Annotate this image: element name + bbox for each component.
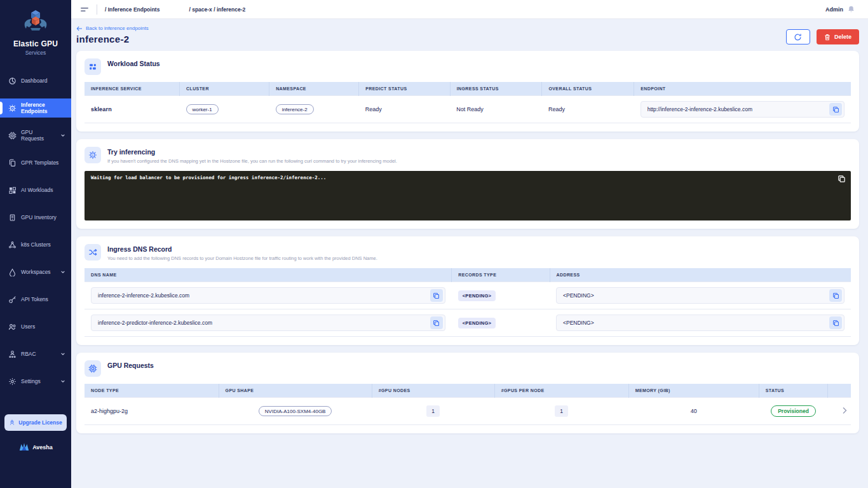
sidebar-item-users[interactable]: Users bbox=[0, 317, 71, 336]
memory-value: 40 bbox=[628, 398, 759, 425]
sidebar-item-gpu-inventory[interactable]: GPU Inventory bbox=[0, 208, 71, 227]
gpu-requests-title: GPU Requests bbox=[107, 360, 154, 369]
sidebar-item-ai-workloads[interactable]: AI Workloads bbox=[0, 180, 71, 200]
dns-row: inference-2-predictor-inference-2.kubesl… bbox=[85, 309, 851, 337]
copy-dns-name-button[interactable] bbox=[430, 289, 443, 302]
dns-table: DNS NAME RECORDS TYPE ADDRESS inference-… bbox=[85, 268, 851, 337]
topbar-divider bbox=[97, 4, 97, 15]
copy-dns-name-button[interactable] bbox=[430, 316, 443, 329]
records-type-badge: <PENDING> bbox=[458, 290, 496, 301]
ingress-dns-subtitle: You need to add the following DNS record… bbox=[107, 255, 377, 261]
col-ingress-status: INGRESS STATUS bbox=[450, 82, 542, 96]
terminal-output: Waiting for load balancer to be provisio… bbox=[91, 175, 844, 180]
users-icon bbox=[8, 323, 17, 331]
sidebar-item-dashboard[interactable]: Dashboard bbox=[0, 71, 71, 90]
breadcrumb-path[interactable]: / space-x / inference-2 bbox=[189, 6, 245, 13]
gpus-per-node-value: 1 bbox=[555, 405, 568, 417]
col-memory: MEMORY (GIB) bbox=[628, 384, 759, 398]
sidebar: Elastic GPU Services Dashboard Inference… bbox=[0, 0, 71, 488]
rocket-icon bbox=[9, 419, 15, 426]
sidebar-item-settings[interactable]: Settings bbox=[0, 372, 71, 391]
gpu-requests-card: GPU Requests NODE TYPE GPU SHAPE #GPU NO… bbox=[76, 353, 859, 433]
rbac-icon bbox=[8, 350, 17, 358]
col-gpu-nodes: #GPU NODES bbox=[372, 384, 494, 398]
page-header: Back to inference endpoints inference-2 … bbox=[76, 25, 859, 44]
sidebar-item-gpr-templates[interactable]: GPR Templates bbox=[0, 153, 71, 172]
inventory-icon bbox=[8, 214, 17, 222]
workload-status-title: Workload Status bbox=[107, 58, 160, 67]
chevron-down-icon bbox=[60, 379, 65, 384]
try-inferencing-card: Try inferencing If you haven't configure… bbox=[76, 139, 859, 229]
dashboard-icon bbox=[8, 77, 17, 85]
namespace-chip: inference-2 bbox=[276, 104, 314, 114]
node-type-value: a2-highgpu-2g bbox=[85, 398, 219, 425]
sidebar-item-k8s-clusters[interactable]: k8s Clusters bbox=[0, 235, 71, 254]
elastic-gpu-logo-icon bbox=[22, 9, 49, 34]
copy-address-button[interactable] bbox=[829, 289, 842, 302]
dns-row: inference-2-inference-2.kubeslice.com <P… bbox=[85, 282, 851, 309]
page-content: Back to inference endpoints inference-2 … bbox=[71, 19, 868, 488]
chevron-right-icon[interactable] bbox=[842, 407, 847, 414]
app-name: Elastic GPU bbox=[4, 39, 67, 48]
workload-status-card: Workload Status INFERENCE SERVICE CLUSTE… bbox=[76, 51, 859, 132]
workload-status-icon bbox=[85, 58, 101, 75]
app-subtitle: Services bbox=[4, 50, 67, 56]
app-logo: Elastic GPU Services bbox=[0, 0, 71, 62]
col-gpus-per-node: #GPUS PER NODE bbox=[494, 384, 628, 398]
copy-address-button[interactable] bbox=[829, 316, 842, 329]
cluster-chip: worker-1 bbox=[186, 104, 219, 114]
menu-toggle-icon[interactable] bbox=[80, 6, 89, 13]
endpoint-field[interactable]: http://inference-2-inference-2.kubeslice… bbox=[641, 101, 844, 118]
sidebar-item-workspaces[interactable]: Workspaces bbox=[0, 262, 71, 281]
refresh-icon bbox=[794, 33, 802, 41]
user-name[interactable]: Admin bbox=[825, 6, 843, 13]
sidebar-item-api-tokens[interactable]: API Tokens bbox=[0, 290, 71, 309]
ingress-dns-card: Ingress DNS Record You need to add the f… bbox=[76, 236, 859, 345]
page-title: inference-2 bbox=[76, 34, 149, 44]
dns-name-field[interactable]: inference-2-inference-2.kubeslice.com bbox=[91, 287, 445, 304]
gpu-request-row[interactable]: a2-highgpu-2g NVIDIA-A100-SXM4-40GB 1 1 … bbox=[85, 398, 851, 425]
clusters-icon bbox=[8, 241, 17, 249]
col-address: ADDRESS bbox=[550, 268, 851, 282]
gear-icon bbox=[8, 377, 17, 386]
ingress-dns-icon bbox=[85, 244, 101, 261]
workloads-grid-icon bbox=[8, 186, 17, 194]
col-node-type: NODE TYPE bbox=[85, 384, 219, 398]
address-field[interactable]: <PENDING> bbox=[556, 287, 844, 304]
col-endpoint: ENDPOINT bbox=[634, 82, 851, 96]
try-inferencing-subtitle: If you haven't configured the DNS mappin… bbox=[107, 158, 397, 164]
gpu-nodes-value: 1 bbox=[426, 405, 440, 417]
key-icon bbox=[8, 295, 17, 304]
templates-icon bbox=[8, 159, 17, 167]
sidebar-item-rbac[interactable]: RBAC bbox=[0, 344, 71, 363]
address-field[interactable]: <PENDING> bbox=[556, 315, 844, 331]
workload-row: sklearn worker-1 inference-2 Ready Not R… bbox=[85, 96, 851, 123]
copy-endpoint-button[interactable] bbox=[829, 103, 842, 116]
delete-button[interactable]: Delete bbox=[817, 29, 859, 44]
gpu-requests-table: NODE TYPE GPU SHAPE #GPU NODES #GPUS PER… bbox=[85, 384, 851, 425]
inference-endpoints-icon bbox=[8, 104, 17, 112]
sidebar-item-gpu-requests[interactable]: GPU Requests bbox=[0, 126, 71, 145]
col-status: STATUS bbox=[759, 384, 828, 398]
back-link[interactable]: Back to inference endpoints bbox=[76, 25, 149, 31]
refresh-button[interactable] bbox=[786, 29, 810, 44]
chevron-down-icon bbox=[60, 269, 65, 274]
dns-name-field[interactable]: inference-2-predictor-inference-2.kubesl… bbox=[91, 315, 445, 331]
status-badge: Provisioned bbox=[771, 405, 816, 417]
col-predict-status: PREDICT STATUS bbox=[359, 82, 451, 96]
main-area: / Inference Endpoints / space-x / infere… bbox=[71, 0, 868, 488]
col-dns-name: DNS NAME bbox=[85, 268, 452, 282]
terminal-block: Waiting for load balancer to be provisio… bbox=[85, 171, 851, 220]
breadcrumb-section[interactable]: / Inference Endpoints bbox=[105, 6, 159, 13]
upgrade-license-button[interactable]: Upgrade License bbox=[4, 414, 67, 431]
sidebar-nav: Dashboard Inference Endpoints GPU Reques… bbox=[0, 71, 71, 399]
ingress-status-value: Not Ready bbox=[450, 96, 542, 123]
col-cluster: CLUSTER bbox=[180, 82, 269, 96]
inference-service-value: sklearn bbox=[85, 96, 180, 123]
sidebar-item-inference-endpoints[interactable]: Inference Endpoints bbox=[0, 98, 71, 118]
copy-terminal-button[interactable] bbox=[837, 175, 846, 183]
bell-icon[interactable] bbox=[847, 5, 855, 13]
trash-icon bbox=[824, 34, 831, 41]
col-namespace: NAMESPACE bbox=[269, 82, 359, 96]
gpu-requests-icon bbox=[85, 360, 101, 377]
